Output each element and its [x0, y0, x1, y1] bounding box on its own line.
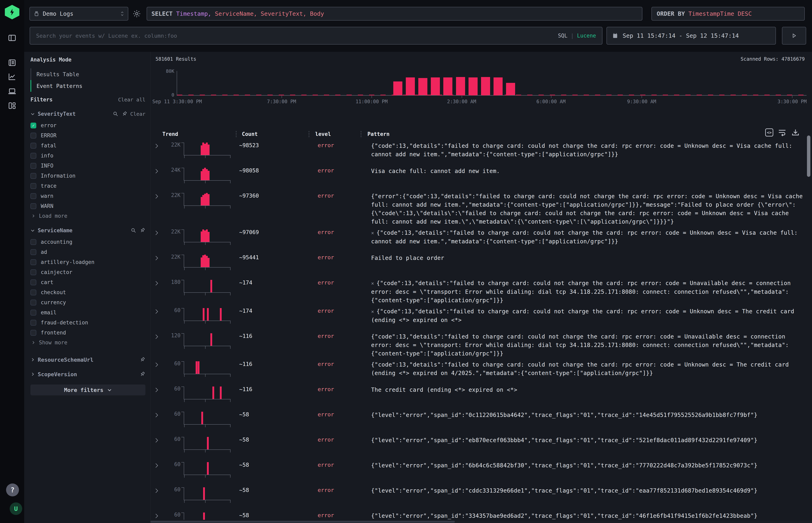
column-separator[interactable]: [308, 131, 310, 137]
filter-option-cainjector[interactable]: cainjector: [31, 267, 145, 277]
filter-option-fraud-detection[interactable]: fraud-detection: [31, 318, 145, 328]
pattern-row[interactable]: 22K~98523error{"code":13,"details":"fail…: [151, 139, 805, 164]
checkbox[interactable]: [31, 163, 36, 169]
filter-option-INFO[interactable]: INFO: [31, 161, 145, 171]
pattern-row[interactable]: 22K~97360error{"error":{"code":13,"detai…: [151, 190, 805, 226]
filter-option-frontend[interactable]: frontend: [31, 328, 145, 338]
checkbox[interactable]: [31, 173, 36, 179]
pattern-cell[interactable]: ×{"code":13,"details":"failed to charge …: [364, 307, 805, 324]
filter-option-email[interactable]: email: [31, 307, 145, 318]
checkbox[interactable]: [31, 320, 36, 326]
pattern-cell[interactable]: {"level":"error","span_id":"6b64c6c58842…: [364, 461, 805, 470]
histogram-bar[interactable]: [506, 83, 515, 95]
checkbox[interactable]: [31, 249, 36, 255]
toggle-sidebar-icon[interactable]: [7, 33, 17, 42]
checkbox[interactable]: [31, 203, 36, 209]
pattern-cell[interactable]: {"level":"error","span_id":"cddc331329e6…: [364, 487, 805, 495]
pattern-row[interactable]: 60~116error{"code":13,"details":"failed …: [151, 358, 805, 383]
logs-icon[interactable]: [7, 58, 17, 67]
orderby-clause-input[interactable]: ORDER BY TimestampTime DESC: [651, 7, 805, 21]
pattern-cell[interactable]: {"code":13,"details":"failed to charge c…: [364, 360, 805, 377]
results-histogram[interactable]: 80K 0 Sep 11 3:30:00 PM7:30:00 PM11:00:0…: [177, 71, 807, 95]
nav-results-table[interactable]: Results Table: [31, 68, 145, 80]
pattern-row[interactable]: 60~58error{"level":"error","span_id":"6b…: [151, 459, 805, 484]
pattern-cell[interactable]: {"level":"error","span_id":"334357bae9ed…: [364, 512, 805, 520]
filter-option-info[interactable]: info: [31, 150, 145, 161]
histogram-bar[interactable]: [494, 77, 502, 95]
clear-group-button[interactable]: Clear: [130, 111, 145, 117]
pattern-row[interactable]: 60~174error×{"code":13,"details":"failed…: [151, 305, 805, 330]
pattern-cell[interactable]: {"code":13,"details":"failed to charge c…: [364, 332, 805, 358]
run-query-button[interactable]: [782, 27, 806, 44]
pin-icon[interactable]: [139, 357, 145, 363]
column-separator[interactable]: [236, 131, 236, 137]
row-expander-chevron-icon[interactable]: [151, 360, 162, 368]
pattern-row[interactable]: 60~58error{"level":"error","span_id":"eb…: [151, 433, 805, 459]
checkbox[interactable]: [31, 310, 36, 315]
filter-option-artillery-loadgen[interactable]: artillery-loadgen: [31, 257, 145, 267]
wrap-text-icon[interactable]: [778, 128, 787, 137]
histogram-bar[interactable]: [431, 77, 440, 95]
row-expander-chevron-icon[interactable]: [151, 487, 162, 494]
show-more-button[interactable]: Show more: [31, 338, 145, 347]
filter-group-scopeversion-header[interactable]: ScopeVersion: [31, 369, 145, 379]
checkbox[interactable]: [31, 259, 36, 265]
client-sessions-icon[interactable]: [7, 87, 17, 96]
row-expander-chevron-icon[interactable]: [151, 192, 162, 200]
source-select[interactable]: Demo Logs: [30, 7, 128, 21]
checkbox[interactable]: [31, 133, 36, 139]
histogram-bar[interactable]: [406, 77, 415, 95]
mode-lucene[interactable]: Lucene: [577, 33, 596, 39]
nav-event-patterns[interactable]: Event Patterns: [31, 80, 145, 92]
filter-option-currency[interactable]: currency: [31, 297, 145, 307]
chart-icon[interactable]: [7, 72, 17, 81]
pattern-row[interactable]: 60~58error{"level":"error","span_id":"cd…: [151, 484, 805, 509]
histogram-bar[interactable]: [469, 77, 478, 95]
row-expander-chevron-icon[interactable]: [151, 386, 162, 393]
more-filters-button[interactable]: More filters: [31, 384, 145, 395]
histogram-bar[interactable]: [418, 78, 427, 95]
date-range-picker[interactable]: Sep 11 15:47:14 - Sep 12 15:47:14: [606, 27, 776, 44]
filter-option-fatal[interactable]: fatal: [31, 141, 145, 150]
vertical-scrollbar-thumb[interactable]: [807, 136, 810, 177]
search-icon[interactable]: [130, 228, 137, 233]
pattern-cell[interactable]: Failed to place order: [364, 254, 805, 262]
pattern-row[interactable]: 60~116errorThe credit card (ending <*> e…: [151, 383, 805, 408]
checkbox[interactable]: [31, 239, 36, 245]
filter-group-resourceschemaurl-header[interactable]: ResourceSchemaUrl: [31, 355, 145, 365]
pattern-row[interactable]: 120~116error{"code":13,"details":"failed…: [151, 330, 805, 358]
checkbox[interactable]: [31, 193, 36, 199]
histogram-bar[interactable]: [456, 77, 465, 95]
filter-group-severitytext-header[interactable]: SeverityText Clear: [31, 110, 145, 118]
pattern-cell[interactable]: The credit card (ending <*> expired on <…: [364, 386, 805, 394]
mode-sql[interactable]: SQL: [558, 33, 567, 39]
load-more-button[interactable]: Load more: [31, 211, 145, 221]
pattern-cell[interactable]: ×{"code":13,"details":"failed to charge …: [364, 229, 805, 246]
pattern-cell[interactable]: ×{"code":13,"details":"failed to charge …: [364, 279, 805, 305]
filter-option-ad[interactable]: ad: [31, 247, 145, 257]
row-expander-chevron-icon[interactable]: [151, 332, 162, 340]
checkbox[interactable]: [31, 153, 36, 159]
pattern-row[interactable]: 22K~95441errorFailed to place order: [151, 251, 805, 276]
pattern-cell[interactable]: {"level":"error","span_id":"0c11220615ba…: [364, 411, 805, 419]
search-input[interactable]: Search your events w/ Lucene ex. column:…: [30, 27, 602, 44]
filter-option-trace[interactable]: trace: [31, 181, 145, 191]
dashboards-icon[interactable]: [7, 101, 17, 110]
pin-icon[interactable]: [121, 111, 127, 117]
row-expander-chevron-icon[interactable]: [151, 436, 162, 444]
histogram-bar[interactable]: [443, 77, 453, 95]
pattern-row[interactable]: 60~58error{"level":"error","span_id":"33…: [151, 509, 805, 520]
help-button[interactable]: ?: [6, 484, 19, 497]
row-expander-chevron-icon[interactable]: [151, 254, 162, 262]
filter-group-servicename-header[interactable]: ServiceName: [31, 227, 145, 234]
source-settings-gear-icon[interactable]: [132, 9, 141, 18]
exclude-pattern-icon[interactable]: ×: [371, 309, 374, 314]
checkbox-checked[interactable]: ✓: [31, 123, 36, 128]
view-code-icon[interactable]: <>: [765, 128, 773, 137]
select-clause-input[interactable]: SELECT Timestamp, ServiceName, SeverityT…: [147, 7, 642, 21]
row-expander-chevron-icon[interactable]: [151, 229, 162, 236]
checkbox[interactable]: [31, 269, 36, 275]
pattern-cell[interactable]: Visa cache full: cannot add new item.: [364, 167, 805, 175]
exclude-pattern-icon[interactable]: ×: [371, 230, 374, 236]
pattern-row[interactable]: 60~58error{"level":"error","span_id":"0c…: [151, 408, 805, 433]
